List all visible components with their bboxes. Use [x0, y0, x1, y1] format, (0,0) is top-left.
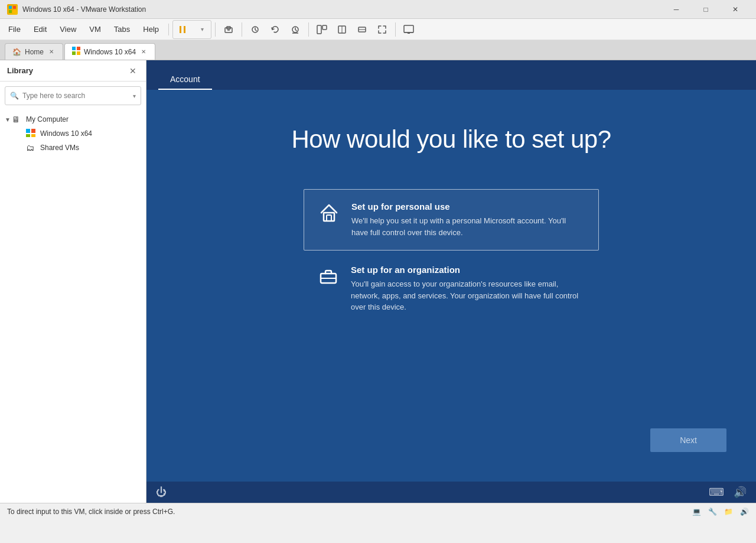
org-title: Set up for an organization: [351, 265, 585, 275]
vm-top-tabs: Account: [146, 60, 756, 90]
search-input[interactable]: [22, 92, 129, 100]
sidebar-title: Library: [7, 66, 33, 75]
svg-rect-27: [26, 134, 30, 137]
chevron-down-icon: ▾: [201, 26, 204, 32]
power-icon[interactable]: ⏻: [156, 486, 167, 499]
sidebar-close-button[interactable]: ✕: [127, 65, 139, 77]
setup-option-org[interactable]: Set up for an organization You'll gain a…: [304, 251, 599, 325]
maximize-button[interactable]: □: [692, 0, 719, 19]
menu-tabs[interactable]: Tabs: [108, 22, 136, 36]
vm-status-icon-3: 📁: [724, 508, 733, 516]
briefcase-icon: [318, 265, 339, 286]
shared-vms-label: Shared VMs: [40, 144, 79, 152]
svg-rect-22: [77, 47, 80, 50]
personal-use-text: Set up for personal use We'll help you s…: [351, 201, 584, 238]
sidebar-search[interactable]: 🔍 ▾: [5, 86, 141, 105]
fullscreen-button[interactable]: [373, 21, 392, 38]
setup-content: How would you like to set up? Set up for…: [146, 90, 756, 482]
tree-children: Windows 10 x64 🗂 Shared VMs: [0, 126, 146, 155]
unity-button[interactable]: [312, 21, 331, 38]
collapse-icon: ▼: [5, 116, 12, 123]
library-tree: ▼ 🖥 My Computer Windows 10 x64: [0, 110, 146, 157]
manage-snapshots-button[interactable]: [286, 21, 305, 38]
close-button[interactable]: ✕: [722, 0, 749, 19]
tb-sep-2: [242, 22, 242, 37]
stretch-button[interactable]: [353, 21, 372, 38]
snapshot-button[interactable]: [246, 21, 265, 38]
vm-status-icon-1: 💻: [692, 508, 701, 516]
svg-rect-4: [180, 26, 181, 33]
org-text: Set up for an organization You'll gain a…: [351, 265, 585, 313]
vm-bottom-right: ⌨ 🔊: [709, 486, 747, 499]
title-bar: Windows 10 x64 - VMware Workstation ─ □ …: [0, 0, 756, 19]
app-icon: [7, 4, 18, 15]
svg-rect-18: [404, 25, 413, 32]
computer-icon: 🖥: [12, 115, 24, 124]
setup-title: How would you like to set up?: [291, 125, 611, 154]
tb-sep-3: [308, 22, 309, 37]
svg-rect-24: [77, 51, 80, 55]
sidebar-header: Library ✕: [0, 60, 146, 82]
tab-home-label: Home: [25, 48, 44, 56]
title-bar-text: Windows 10 x64 - VMware Workstation: [22, 5, 663, 14]
personal-use-title: Set up for personal use: [351, 201, 584, 212]
send-ctrl-alt-del-button[interactable]: [219, 21, 238, 38]
minimize-button[interactable]: ─: [663, 0, 690, 19]
vm-status-icon-2: 🔧: [708, 508, 717, 516]
menu-bar: File Edit View VM Tabs Help ▾: [0, 19, 756, 40]
svg-rect-0: [9, 6, 12, 9]
volume-icon[interactable]: 🔊: [734, 486, 747, 499]
vm-icon: [26, 129, 38, 139]
vm-bottom-bar: ⏻ ⌨ 🔊: [146, 482, 756, 503]
tree-item-my-computer[interactable]: ▼ 🖥 My Computer: [0, 112, 146, 126]
status-message: To direct input to this VM, click inside…: [7, 508, 175, 516]
tab-home[interactable]: 🏠 Home ✕: [5, 43, 63, 60]
pause-button[interactable]: [173, 21, 192, 38]
tab-win10-label: Windows 10 x64: [84, 48, 136, 56]
search-icon: 🔍: [10, 92, 19, 100]
vm-status-icon-4: 🔊: [740, 508, 749, 516]
svg-rect-26: [31, 129, 35, 133]
keyboard-icon[interactable]: ⌨: [709, 486, 724, 499]
home-tab-icon: 🏠: [12, 48, 21, 56]
tb-sep-1: [215, 22, 216, 37]
house-icon: [318, 201, 340, 223]
vm-tab-account[interactable]: Account: [158, 70, 212, 90]
dropdown-arrow-icon: ▾: [133, 93, 136, 99]
svg-rect-21: [72, 47, 76, 50]
vm-content: Account How would you like to set up?: [146, 60, 756, 503]
shared-vms-icon: 🗂: [26, 143, 38, 152]
pause-dropdown-button[interactable]: ▾: [192, 21, 211, 38]
menu-file[interactable]: File: [2, 22, 27, 36]
tb-sep-4: [395, 22, 396, 37]
menu-help[interactable]: Help: [137, 22, 165, 36]
menu-view[interactable]: View: [54, 22, 82, 36]
tab-win10-close[interactable]: ✕: [139, 48, 148, 56]
svg-rect-29: [324, 213, 334, 221]
sidebar: Library ✕ 🔍 ▾ ▼ 🖥 My Computer: [0, 60, 146, 503]
svg-rect-13: [322, 25, 327, 30]
tab-home-close[interactable]: ✕: [47, 48, 56, 56]
pause-group: ▾: [172, 20, 211, 39]
tabs-bar: 🏠 Home ✕ Windows 10 x64 ✕: [0, 40, 756, 60]
fit-guest-button[interactable]: [333, 21, 351, 38]
svg-rect-23: [72, 51, 76, 55]
main-area: Library ✕ 🔍 ▾ ▼ 🖥 My Computer: [0, 60, 756, 503]
next-button-area: Next: [650, 428, 726, 452]
setup-options: Set up for personal use We'll help you s…: [304, 189, 599, 325]
svg-rect-20: [408, 32, 410, 34]
tree-item-shared-vms[interactable]: 🗂 Shared VMs: [14, 141, 146, 155]
org-desc: You'll gain access to your organization'…: [351, 278, 585, 313]
tab-win10[interactable]: Windows 10 x64 ✕: [64, 43, 155, 60]
svg-rect-25: [26, 129, 30, 133]
svg-rect-1: [13, 6, 16, 9]
tree-item-win10[interactable]: Windows 10 x64: [14, 126, 146, 141]
setup-option-personal[interactable]: Set up for personal use We'll help you s…: [304, 189, 599, 251]
menu-vm[interactable]: VM: [83, 22, 107, 36]
account-tab-label: Account: [170, 74, 200, 84]
next-button[interactable]: Next: [650, 428, 726, 452]
menu-edit[interactable]: Edit: [28, 22, 53, 36]
revert-button[interactable]: [266, 21, 285, 38]
console-view-button[interactable]: [399, 21, 418, 38]
svg-rect-12: [317, 25, 321, 34]
